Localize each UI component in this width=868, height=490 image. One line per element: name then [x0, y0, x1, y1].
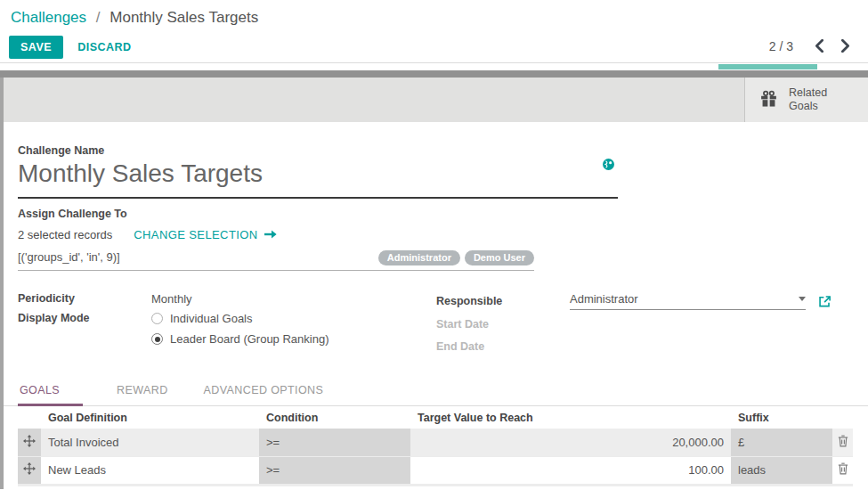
challenge-name-label: Challenge Name: [18, 144, 868, 157]
page-background-band: [0, 70, 868, 78]
end-date-label: End Date: [436, 340, 570, 353]
table-row-new-leads: New Leads >= 100.00 leads: [18, 456, 853, 484]
trash-icon: [838, 437, 848, 450]
next-row-strip[interactable]: [18, 485, 853, 486]
display-mode-label: Display Mode: [18, 312, 151, 324]
notebook-tabs: GOALS REWARD ADVANCED OPTIONS: [4, 384, 868, 406]
radio-individual-goals[interactable]: Individual Goals: [151, 312, 253, 325]
cell-target-value[interactable]: 20,000.00: [410, 429, 731, 456]
tab-advanced-options[interactable]: ADVANCED OPTIONS: [202, 384, 326, 406]
radio-individual-goals-label: Individual Goals: [170, 312, 253, 325]
pager-next-button[interactable]: [839, 37, 852, 54]
cell-condition[interactable]: >=: [259, 456, 410, 484]
tag-administrator[interactable]: Administrator: [378, 250, 460, 265]
cell-suffix[interactable]: £: [731, 429, 832, 456]
dropdown-caret-icon[interactable]: [799, 297, 806, 301]
related-goals-button[interactable]: Related Goals: [744, 78, 868, 122]
move-icon: [23, 437, 36, 450]
drag-handle[interactable]: [18, 429, 41, 456]
gap-strip: [0, 63, 868, 70]
cell-suffix[interactable]: leads: [731, 456, 832, 484]
breadcrumb: Challenges / Monthly Sales Targets: [11, 0, 868, 27]
selected-records-text: 2 selected records: [18, 228, 112, 241]
breadcrumb-challenges-link[interactable]: Challenges: [11, 9, 86, 26]
control-panel: Challenges / Monthly Sales Targets SAVE …: [0, 0, 868, 63]
statusbar: Related Goals: [4, 78, 868, 122]
periodicity-value[interactable]: Monthly: [151, 292, 192, 306]
chevron-right-icon: [840, 42, 850, 55]
gift-icon: [759, 89, 778, 111]
start-date-label: Start Date: [436, 318, 570, 331]
breadcrumb-current: Monthly Sales Targets: [110, 9, 258, 26]
header-condition[interactable]: Condition: [259, 406, 410, 429]
goals-table-header-row: Goal Definition Condition Target Value t…: [18, 406, 853, 429]
save-button[interactable]: SAVE: [9, 36, 63, 59]
goals-table: Goal Definition Condition Target Value t…: [18, 406, 853, 485]
cell-goal-definition[interactable]: New Leads: [41, 456, 259, 484]
radio-leader-board[interactable]: Leader Board (Group Ranking): [151, 332, 436, 346]
cell-goal-definition[interactable]: Total Invoiced: [41, 429, 259, 456]
cell-condition[interactable]: >=: [259, 429, 410, 456]
responsible-value: Administrator: [570, 292, 638, 306]
external-link-icon[interactable]: [818, 295, 831, 308]
discard-button[interactable]: DISCARD: [77, 41, 131, 53]
responsible-label: Responsible: [436, 295, 570, 307]
challenge-name-input[interactable]: Monthly Sales Targets: [18, 157, 618, 199]
chevron-left-icon: [815, 42, 824, 55]
group-tags: Administrator Demo User: [378, 250, 534, 265]
responsible-input[interactable]: Administrator: [570, 292, 806, 310]
radio-checked-icon: [151, 333, 163, 345]
domain-input[interactable]: [('groups_id', 'in', 9)] Administrator D…: [18, 249, 534, 271]
header-goal-definition[interactable]: Goal Definition: [41, 406, 259, 429]
drag-handle[interactable]: [18, 456, 41, 484]
scrollbar-thumb[interactable]: [718, 64, 817, 69]
pager-count: 2 / 3: [769, 39, 793, 53]
pager-previous-button[interactable]: [813, 37, 826, 54]
change-selection-link[interactable]: CHANGE SELECTION: [134, 228, 276, 241]
table-row-total-invoiced: Total Invoiced >= 20,000.00 £: [18, 429, 853, 456]
trash-icon: [838, 464, 848, 478]
assign-challenge-label: Assign Challenge To: [18, 208, 868, 220]
delete-row-button[interactable]: [832, 429, 853, 456]
header-suffix[interactable]: Suffix: [731, 406, 832, 429]
radio-unchecked-icon: [151, 313, 163, 324]
move-icon: [23, 464, 36, 478]
periodicity-label: Periodicity: [18, 292, 151, 305]
related-goals-label: Related Goals: [789, 86, 837, 113]
arrow-right-icon: [264, 228, 277, 241]
tab-goals[interactable]: GOALS: [18, 384, 83, 406]
tag-demo-user[interactable]: Demo User: [465, 250, 534, 265]
tab-reward[interactable]: REWARD: [115, 384, 170, 406]
pager: 2 / 3: [769, 37, 852, 54]
form-sheet: Related Goals Challenge Name Monthly Sal…: [0, 78, 868, 489]
delete-row-button[interactable]: [832, 456, 853, 484]
breadcrumb-separator: /: [96, 9, 101, 26]
domain-value: [('groups_id', 'in', 9)]: [18, 250, 120, 264]
radio-leader-board-label: Leader Board (Group Ranking): [170, 332, 329, 346]
cell-target-value[interactable]: 100.00: [410, 456, 731, 484]
header-target-value[interactable]: Target Value to Reach: [410, 406, 731, 429]
change-selection-label: CHANGE SELECTION: [134, 228, 257, 241]
challenge-name-value: Monthly Sales Targets: [18, 159, 618, 189]
translate-globe-icon[interactable]: [603, 159, 614, 170]
